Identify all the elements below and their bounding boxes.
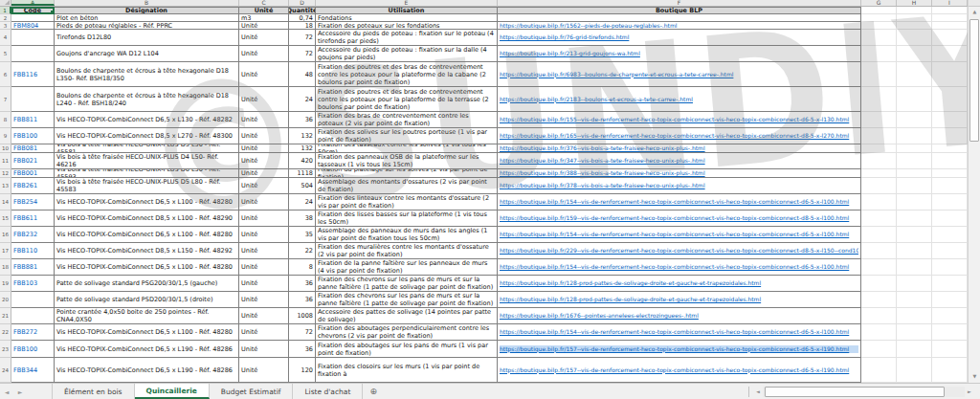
code-link[interactable]: FBB344 [13,366,37,374]
cell-H12[interactable] [897,169,932,178]
cell-I10[interactable] [932,144,968,153]
cell-D14[interactable]: 24 [289,194,316,211]
cell-B3[interactable]: Pieds de poteau réglables - Réf. PPRC [55,22,239,30]
row-header-5[interactable]: 5 [0,46,11,62]
cell-G5[interactable] [861,46,897,62]
cell-C20[interactable]: Unité [239,292,289,308]
row-header-9[interactable]: 9 [0,128,11,144]
cell-F18[interactable]: https://boutique.bilp.fr/154--vis-de-ren… [498,259,861,276]
cell-H13[interactable] [897,178,932,194]
cell-G21[interactable] [861,308,897,324]
cell-I16[interactable] [932,227,968,243]
cell-E16[interactable]: Assemblage des panneaux de murs dans les… [316,227,498,243]
cell-D4[interactable]: 72 [289,30,316,46]
row-header-10[interactable]: 10 [0,144,11,153]
cell-C10[interactable]: Unité [239,144,289,153]
horizontal-scroll-thumb[interactable] [765,387,945,397]
cell-C1[interactable]: Unité [239,7,289,14]
cell-A16[interactable]: FBB232 [11,227,55,243]
cell-F4[interactable]: https://boutique.bilp.fr/76-grid-tirefon… [498,30,861,46]
cell-H18[interactable] [897,259,932,276]
cell-G16[interactable] [861,227,897,243]
cell-B23[interactable]: Vis HECO-TOPIX-CombiConnect D6,5 x L190 … [55,341,239,358]
cell-A9[interactable]: FBB100 [11,128,55,144]
cell-I7[interactable] [932,87,968,112]
cell-G3[interactable] [861,22,897,30]
cell-I24[interactable] [932,358,968,383]
cell-I19[interactable] [932,276,968,292]
cell-I17[interactable] [932,243,968,259]
cell-E1[interactable]: Utilisation [316,7,498,14]
cell-H8[interactable] [897,112,932,128]
column-header-F[interactable]: F [498,0,861,6]
product-link[interactable]: https://boutique.bilp.fr/1676--pointes-a… [500,312,858,320]
cell-I15[interactable] [932,211,968,227]
row-header-22[interactable]: 22 [0,324,11,341]
row-header-3[interactable]: 3 [0,22,11,30]
row-header-21[interactable]: 21 [0,308,11,324]
cell-F21[interactable]: https://boutique.bilp.fr/1676--pointes-a… [498,308,861,324]
cell-E9[interactable]: Fixation des solives sur les poutres por… [316,128,498,144]
product-link[interactable]: https://boutique.bilp.fr/157--vis-de-ren… [500,366,858,374]
cell-E5[interactable]: Accessoire du pieds de poteau : fixation… [316,46,498,62]
row-header-4[interactable]: 4 [0,30,11,46]
cell-C21[interactable]: Unité [239,308,289,324]
cell-F14[interactable]: https://boutique.bilp.fr/154--vis-de-ren… [498,194,861,211]
tab--l-ment-en-bois[interactable]: Élément en bois [52,384,135,399]
cell-A4[interactable] [11,30,55,46]
cell-I3[interactable] [932,22,968,30]
cell-C14[interactable]: Unité [239,194,289,211]
cell-B13[interactable]: Vis bois à tête fraisée HECO-UNIX-PLUS D… [55,178,239,194]
cell-E23[interactable]: Fixation des aboutages sur les pans de m… [316,341,498,358]
cell-C17[interactable]: Unité [239,243,289,259]
column-header-A[interactable]: A [11,0,55,6]
product-link[interactable]: https://boutique.bilp.fr/159--vis-de-ren… [500,214,858,222]
cell-H21[interactable] [897,308,932,324]
cell-A19[interactable]: FBB103 [11,276,55,292]
cell-B21[interactable]: Pointe crantée 4,0x50 boite de 250 point… [55,308,239,324]
cell-C11[interactable]: Unité [239,153,289,169]
cell-I22[interactable] [932,324,968,341]
product-link[interactable]: https://boutique.bilp.fr/154--vis-de-ren… [500,231,858,238]
cell-D23[interactable]: 36 [289,341,316,358]
cell-D12[interactable]: 1118 [289,169,316,178]
cell-I12[interactable] [932,169,968,178]
horizontal-scrollbar[interactable]: ◄ ► [748,386,974,398]
cell-E4[interactable]: Accessoire du pieds de poteau : fixation… [316,30,498,46]
cell-G22[interactable] [861,324,897,341]
code-link[interactable]: FBB001 [13,169,37,177]
cell-B7[interactable]: Boulons de charpente et écrous à tête he… [55,87,239,112]
add-sheet-icon[interactable]: ⊕ [363,384,384,399]
cell-E2[interactable]: Fondations [316,14,498,22]
cell-E20[interactable]: Fixation des chevrons sur les pans de mu… [316,292,498,308]
cell-C6[interactable]: Unité [239,62,289,87]
code-link[interactable]: FBB103 [13,279,37,287]
cell-F22[interactable]: https://boutique.bilp.fr/154--vis-de-ren… [498,324,861,341]
cell-D5[interactable]: 72 [289,46,316,62]
cell-H19[interactable] [897,276,932,292]
cell-E13[interactable]: Assemblage des montants d'ossatures (2 v… [316,178,498,194]
row-header-7[interactable]: 7 [0,87,11,112]
product-link[interactable]: https://boutique.bilp.fr/128-prod-pattes… [500,279,858,287]
product-link[interactable]: https://boutique.bilp.fr/157--vis-de-ren… [500,345,858,353]
cell-E3[interactable]: Fixation des poteaux sur les fondations [316,22,498,30]
code-link[interactable]: FBB116 [13,71,37,78]
cell-G14[interactable] [861,194,897,211]
cell-H11[interactable] [897,153,932,169]
cell-F7[interactable]: https://boutique.bilp.fr/2183--boulons-e… [498,87,861,112]
cell-F11[interactable]: https://boutique.bilp.fr/347--vis-bois-a… [498,153,861,169]
cell-F24[interactable]: https://boutique.bilp.fr/157--vis-de-ren… [498,358,861,383]
cell-G2[interactable] [861,14,897,22]
cell-H10[interactable] [897,144,932,153]
cell-F19[interactable]: https://boutique.bilp.fr/128-prod-pattes… [498,276,861,292]
cell-F6[interactable]: https://boutique.bilp.fr/6983--boulons-d… [498,62,861,87]
cell-F13[interactable]: https://boutique.bilp.fr/378--vis-bois-a… [498,178,861,194]
code-link[interactable]: FBM804 [13,22,38,30]
tab-liste-d-achat[interactable]: Liste d'achat [293,384,363,399]
cell-C24[interactable]: Unité [239,358,289,383]
code-link[interactable]: FBB081 [13,144,37,152]
product-link[interactable]: https://boutique.bilp.fr/229--vis-de-ren… [500,247,858,255]
cell-A23[interactable]: FBB100 [11,341,55,358]
cell-E14[interactable]: Fixation des linteaux contre les montant… [316,194,498,211]
cell-H20[interactable] [897,292,932,308]
